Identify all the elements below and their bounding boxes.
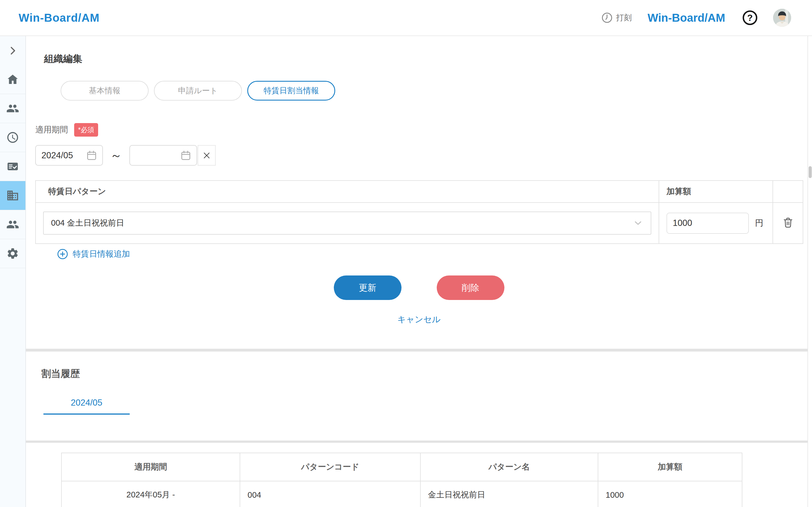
app-logo[interactable]: Win-Board/AM [18,11,100,24]
avatar-photo-icon [773,9,791,27]
sidebar-item-members[interactable] [0,94,26,123]
schedule-icon [6,131,19,144]
period-start-input[interactable] [35,145,103,166]
pattern-table-header-row: 特賃日パターン 加算額 [36,180,803,203]
top-bar: Win-Board/AM 打刻 Win-Board/AM ? [0,0,812,36]
assignment-history-card: 割当履歴 2024/05 [26,351,812,441]
tab-special-wage-day-info[interactable]: 特賃日割当情報 [247,81,335,101]
question-icon: ? [747,13,753,22]
scrollbar-thumb[interactable] [809,166,812,178]
sidebar [0,36,26,507]
punch-clock-button[interactable]: 打刻 [601,11,632,24]
delete-row-button[interactable] [781,216,795,230]
approval-list-icon [6,160,19,173]
tab-basic-info[interactable]: 基本情報 [61,81,149,101]
pattern-select[interactable]: 004 金土日祝祝前日 [43,212,651,235]
amount-column-header: 加算額 [659,180,773,203]
period-end-value[interactable] [136,151,180,161]
edit-form-card: 組織編集 基本情報 申請ルート 特賃日割当情報 適用期間 *必須 [26,36,812,349]
staff-icon [6,218,19,231]
sidebar-item-home[interactable] [0,65,26,94]
section-divider [26,349,812,351]
app-body: 組織編集 基本情報 申請ルート 特賃日割当情報 適用期間 *必須 [0,36,812,507]
history-cell-period: 2024年05月 - [61,481,240,507]
amount-field: 円 [666,213,772,234]
calendar-icon[interactable] [180,149,192,162]
required-badge: *必須 [74,123,98,136]
sidebar-item-settings[interactable] [0,239,26,268]
period-field-header: 適用期間 *必須 [35,123,812,136]
chevron-down-icon [632,217,644,229]
scrollbar[interactable] [808,36,812,507]
amount-unit-label: 円 [755,217,763,229]
settings-icon [6,247,19,260]
history-cell-amount: 1000 [598,481,742,507]
history-tab-label: 2024/05 [71,398,102,407]
period-date-row: ～ [35,145,812,166]
section-divider [26,441,812,443]
sidebar-item-staff[interactable] [0,210,26,239]
period-label: 適用期間 [35,124,68,135]
calendar-icon[interactable] [86,149,98,162]
members-icon [6,102,19,115]
history-title: 割当履歴 [42,367,812,380]
add-special-day-label: 特賃日情報追加 [73,248,130,260]
help-button[interactable]: ? [743,10,757,25]
chevron-right-icon [7,45,18,56]
amount-input[interactable] [666,213,749,234]
pattern-column-header: 特賃日パターン [36,180,659,203]
add-special-day-link[interactable]: 特賃日情報追加 [57,248,130,260]
main-content: 組織編集 基本情報 申請ルート 特賃日割当情報 適用期間 *必須 [26,36,812,507]
sidebar-item-organization[interactable] [0,181,26,210]
pattern-table: 特賃日パターン 加算額 004 金土日祝祝前日 [35,180,803,244]
clock-icon [601,11,613,24]
update-button[interactable]: 更新 [334,276,402,300]
history-header-period: 適用期間 [61,453,240,481]
history-table-header-row: 適用期間 パターンコード パターン名 加算額 [61,453,742,481]
history-table-row: 2024年05月 - 004 金土日祝祝前日 1000 [61,481,742,507]
app-root: Win-Board/AM 打刻 Win-Board/AM ? [0,0,812,507]
history-cell-pattern-name: 金土日祝祝前日 [420,481,598,507]
pattern-select-value: 004 金土日祝祝前日 [51,217,124,229]
cancel-link[interactable]: キャンセル [26,314,812,325]
period-start-value[interactable] [42,151,86,161]
history-table: 適用期間 パターンコード パターン名 加算額 2024年05月 - 004 金土… [61,453,742,507]
history-table-card: 適用期間 パターンコード パターン名 加算額 2024年05月 - 004 金土… [26,443,812,507]
history-header-pattern-name: パターン名 [420,453,598,481]
punch-label: 打刻 [616,12,632,23]
sidebar-item-attendance[interactable] [0,123,26,152]
avatar[interactable] [773,9,791,27]
history-tab-2024-05[interactable]: 2024/05 [43,398,130,414]
sidebar-expand-button[interactable] [0,36,26,65]
home-icon [6,73,19,86]
page-title: 組織編集 [44,52,812,65]
pattern-table-row: 004 金土日祝祝前日 円 [36,203,803,244]
history-header-amount: 加算額 [598,453,742,481]
history-cell-pattern-code: 004 [240,481,420,507]
period-end-input[interactable] [130,145,197,166]
plus-circle-icon [57,248,68,260]
tab-bar: 基本情報 申請ルート 特賃日割当情報 [61,81,812,101]
app-name[interactable]: Win-Board/AM [648,11,725,24]
close-icon [202,151,212,161]
organization-icon [6,189,19,202]
action-buttons: 更新 削除 [26,276,812,300]
clear-period-button[interactable] [198,145,216,166]
sidebar-item-approvals[interactable] [0,152,26,181]
delete-button[interactable]: 削除 [437,276,504,300]
period-separator: ～ [110,148,122,163]
trash-icon [781,216,795,230]
tab-application-route[interactable]: 申請ルート [154,81,242,101]
action-column-header [773,180,803,203]
history-header-pattern-code: パターンコード [240,453,420,481]
topbar-right: 打刻 Win-Board/AM ? [601,9,791,27]
